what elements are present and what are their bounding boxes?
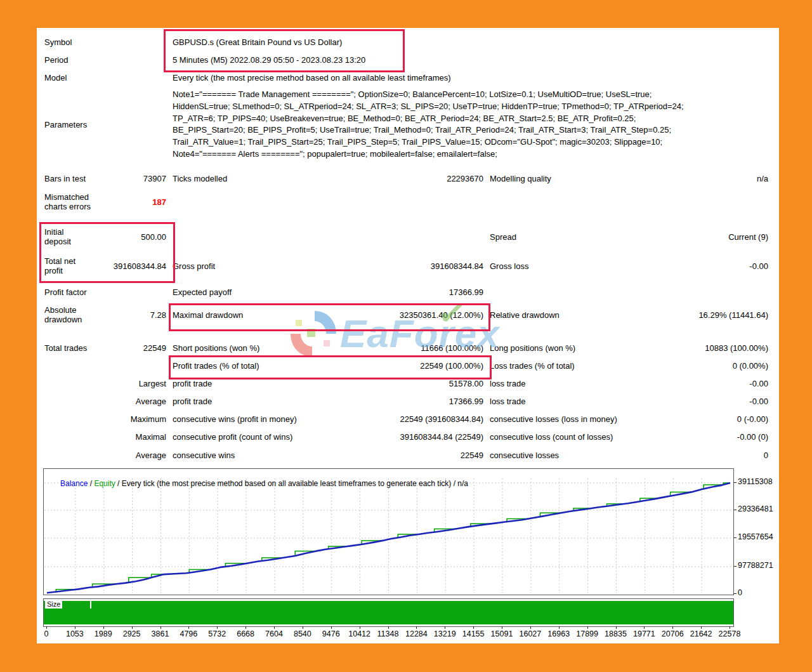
stat-value: 22549 (391608344.84)	[317, 414, 483, 424]
stat-label: Maximum	[95, 414, 166, 424]
parameters-label: Parameters	[44, 120, 87, 129]
stat-label: Initial deposit	[44, 227, 82, 246]
x-axis-label: 2925	[123, 629, 141, 638]
parameters-line: BE_PIPS_Start=20; BE_PIPS_Profit=5; UseT…	[173, 124, 769, 136]
x-axis-tick	[188, 626, 189, 629]
stat-label: Profit trades (% of total)	[173, 361, 259, 371]
stat-value: 22293670	[317, 174, 483, 183]
stat-label: consecutive profit (count of wins)	[173, 432, 292, 442]
stat-label: consecutive wins	[173, 451, 235, 460]
size-label: Size	[45, 600, 62, 609]
x-axis-label: 10412	[348, 629, 370, 638]
stat-value: 22549	[317, 451, 483, 460]
x-axis-label: 16963	[547, 629, 570, 638]
parameters-line: Note1="======= Trade Management ========…	[173, 89, 769, 101]
legend-equity: Equity	[94, 479, 115, 488]
backtest-report: Symbol GBPUSD.s (Great Britain Pound vs …	[0, 0, 812, 672]
stat-label: Loss trades (% of total)	[490, 361, 575, 371]
y-axis-label: 97788271	[738, 561, 773, 570]
y-axis-tick	[734, 593, 737, 594]
x-axis-tick	[246, 626, 246, 629]
x-axis-label: 9476	[322, 629, 340, 638]
size-panel: Size	[43, 598, 734, 627]
period-label: Period	[44, 55, 69, 65]
stat-label: Maximal drawdown	[173, 310, 243, 320]
x-axis-tick	[559, 626, 560, 629]
x-axis-label: 7604	[265, 629, 283, 638]
parameters-line: Note4="======= Alerts ========"; popupal…	[173, 148, 769, 161]
x-axis-tick	[416, 626, 417, 629]
x-axis-label: 1989	[95, 629, 112, 638]
x-axis-label: 6668	[237, 629, 254, 638]
x-axis-tick	[303, 626, 303, 629]
x-axis-tick	[360, 626, 360, 629]
x-axis-label: 13219	[434, 629, 456, 638]
y-axis-tick	[734, 510, 737, 510]
model-label: Model	[44, 73, 67, 82]
x-axis-tick	[502, 626, 502, 629]
stat-value: 7.28	[90, 310, 166, 320]
stat-value: 187	[90, 197, 166, 207]
stat-value: 32350361.40 (12.00%)	[317, 310, 483, 320]
stat-label: Gross loss	[490, 261, 528, 271]
x-axis-label: 8540	[294, 629, 311, 638]
x-axis-tick	[160, 626, 161, 629]
x-axis-label: 17899	[576, 629, 598, 638]
stat-value: 391608344.84 (22549)	[317, 432, 483, 442]
x-axis-label: 12284	[405, 629, 428, 638]
stat-value: -0.00	[628, 261, 768, 271]
x-axis-tick	[75, 626, 75, 629]
stat-label: loss trade	[490, 379, 525, 388]
x-axis-label: 3861	[152, 629, 169, 638]
stat-value: 16.29% (11441.64)	[628, 310, 768, 320]
x-axis-label: 4796	[180, 629, 197, 638]
stat-value: 0 (-0.00)	[628, 414, 768, 424]
parameters-line: TP_ATR=6; TP_PIPS=40; UseBreakeven=true;…	[173, 113, 769, 125]
x-axis-tick	[672, 626, 673, 629]
legend-separator: /	[115, 479, 122, 488]
x-axis-label: 19771	[633, 629, 655, 638]
stat-value: 0	[628, 451, 768, 460]
stat-value: 500.00	[90, 232, 166, 242]
stat-label: profit trade	[173, 379, 212, 388]
stat-label: consecutive losses (loss in money)	[490, 414, 617, 424]
x-axis-label: 16027	[519, 629, 541, 638]
x-axis-label: 21642	[690, 629, 712, 638]
stat-label: consecutive loss (count of losses)	[490, 432, 613, 442]
stat-value: 51578.00	[317, 379, 483, 388]
stat-value: 391608344.84	[90, 261, 166, 271]
x-axis-tick	[473, 626, 474, 629]
x-axis-tick	[616, 626, 617, 629]
x-axis-tick	[644, 626, 645, 629]
stat-label: Average	[95, 451, 166, 460]
stat-value: -0.00	[628, 397, 768, 406]
y-axis-label: 19557654	[738, 532, 773, 541]
y-axis-label: 39115308	[738, 477, 773, 486]
stat-value: 10883 (100.00%)	[628, 343, 768, 353]
x-axis-tick	[730, 626, 730, 629]
x-axis-tick	[530, 626, 531, 629]
x-axis-tick	[701, 626, 702, 629]
stat-value: -0.00	[628, 379, 768, 388]
x-axis-tick	[103, 626, 104, 629]
stat-value: n/a	[628, 174, 768, 183]
y-axis-tick	[734, 566, 737, 567]
balance-chart-panel: Balance / Equity / Every tick (the most …	[43, 468, 734, 595]
model-value: Every tick (the most precise method base…	[173, 73, 451, 82]
stat-label: consecutive wins (profit in money)	[173, 414, 297, 424]
lot-size-bar	[44, 601, 733, 624]
x-axis-label: 11348	[377, 629, 399, 638]
stat-label: Short positions (won %)	[173, 343, 259, 353]
legend-balance: Balance	[60, 479, 88, 488]
stat-label: Absolute drawdown	[44, 305, 92, 324]
legend-separator: /	[88, 479, 94, 488]
x-axis-tick	[445, 626, 445, 629]
x-axis-tick	[132, 626, 133, 629]
stat-value: 11666 (100.00%)	[317, 343, 483, 353]
x-axis-label: 5732	[208, 629, 226, 638]
y-axis-tick	[734, 482, 737, 483]
x-axis-label: 0	[44, 629, 49, 638]
stat-label: Total net profit	[44, 256, 89, 275]
stat-value: Current (9)	[628, 232, 768, 242]
stat-label: loss trade	[490, 397, 525, 406]
